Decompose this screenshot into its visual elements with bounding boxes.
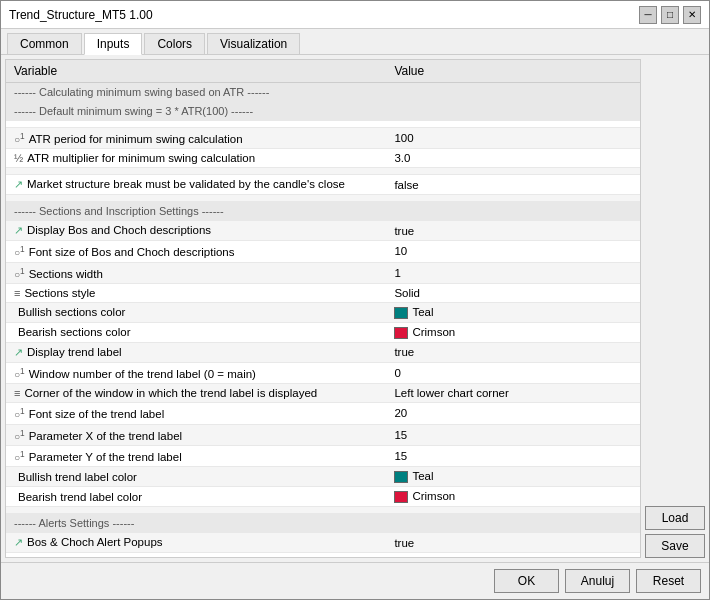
col-variable: Variable: [6, 60, 386, 83]
param-label: ○1Window number of the trend label (0 = …: [6, 362, 386, 383]
frac-icon: ½: [14, 152, 23, 164]
param-value[interactable]: true: [386, 533, 640, 553]
tab-visualization[interactable]: Visualization: [207, 33, 300, 54]
param-label: ↗Bos & Choch Send Mobile Notification: [6, 553, 386, 558]
table-row: ------ Default minimum swing = 3 * ATR(1…: [6, 102, 640, 121]
table-row[interactable]: ○1Font size of the trend label20: [6, 403, 640, 424]
separator-label: ------ Alerts Settings ------: [6, 514, 640, 533]
param-label: ↗Bos & Choch Alert Popups: [6, 533, 386, 553]
param-value[interactable]: 15: [386, 445, 640, 466]
title-controls: ─ □ ✕: [639, 6, 701, 24]
o1-icon: ○1: [14, 366, 25, 380]
param-value[interactable]: 3.0: [386, 149, 640, 168]
tab-bar: Common Inputs Colors Visualization: [1, 29, 709, 55]
window-title: Trend_Structure_MT5 1.00: [9, 8, 153, 22]
param-label: ○1Sections width: [6, 262, 386, 283]
arrow-icon: ↗: [14, 224, 23, 237]
arrow-icon: ↗: [14, 536, 23, 549]
table-row[interactable]: Bearish trend label colorCrimson: [6, 487, 640, 507]
param-value[interactable]: 10: [386, 241, 640, 262]
empty-cell: [6, 121, 640, 128]
param-value[interactable]: Crimson: [386, 487, 640, 507]
reset-button[interactable]: Reset: [636, 569, 701, 593]
arrow-icon: ↗: [14, 556, 23, 558]
col-value: Value: [386, 60, 640, 83]
tab-inputs[interactable]: Inputs: [84, 33, 143, 55]
params-table: Variable Value ------ Calculating minimu…: [6, 60, 640, 558]
tab-common[interactable]: Common: [7, 33, 82, 54]
param-value[interactable]: false: [386, 553, 640, 558]
table-row: ------ Calculating minimum swing based o…: [6, 83, 640, 102]
param-value[interactable]: false: [386, 175, 640, 195]
param-value[interactable]: 15: [386, 424, 640, 445]
table-row[interactable]: ≡Sections styleSolid: [6, 283, 640, 302]
table-row[interactable]: ○1Font size of Bos and Choch description…: [6, 241, 640, 262]
table-row[interactable]: Bullish trend label colorTeal: [6, 467, 640, 487]
cancel-button[interactable]: Anuluj: [565, 569, 630, 593]
table-row: [6, 507, 640, 514]
param-label: ↗Market structure break must be validate…: [6, 175, 386, 195]
o1-icon: ○1: [14, 244, 25, 258]
param-value[interactable]: 0: [386, 362, 640, 383]
param-label: ○1Font size of Bos and Choch description…: [6, 241, 386, 262]
load-button[interactable]: Load: [645, 506, 705, 530]
save-button[interactable]: Save: [645, 534, 705, 558]
right-panel: Load Save: [645, 55, 709, 562]
maximize-button[interactable]: □: [661, 6, 679, 24]
main-window: Trend_Structure_MT5 1.00 ─ □ ✕ Common In…: [0, 0, 710, 600]
o1-icon: ○1: [14, 131, 25, 145]
param-value[interactable]: 1: [386, 262, 640, 283]
param-label: ½ATR multiplier for minimum swing calcul…: [6, 149, 386, 168]
lines-icon: ≡: [14, 287, 20, 299]
param-value[interactable]: true: [386, 221, 640, 241]
param-value[interactable]: Solid: [386, 283, 640, 302]
arrow-icon: ↗: [14, 178, 23, 191]
minimize-button[interactable]: ─: [639, 6, 657, 24]
param-label: ○1Parameter X of the trend label: [6, 424, 386, 445]
param-label: ○1Parameter Y of the trend label: [6, 445, 386, 466]
param-label: ○1Font size of the trend label: [6, 403, 386, 424]
table-row[interactable]: ○1Parameter Y of the trend label15: [6, 445, 640, 466]
param-value[interactable]: 20: [386, 403, 640, 424]
table-row[interactable]: ↗Bos & Choch Alert Popupstrue: [6, 533, 640, 553]
param-value[interactable]: Teal: [386, 467, 640, 487]
color-swatch: [394, 307, 408, 319]
separator-label: ------ Calculating minimum swing based o…: [6, 83, 640, 102]
close-button[interactable]: ✕: [683, 6, 701, 24]
table-row[interactable]: ○1Sections width1: [6, 262, 640, 283]
empty-cell: [6, 195, 640, 202]
param-value[interactable]: Teal: [386, 302, 640, 322]
param-label: ≡Sections style: [6, 283, 386, 302]
param-value[interactable]: Crimson: [386, 322, 640, 342]
param-value[interactable]: 100: [386, 128, 640, 149]
table-row: [6, 195, 640, 202]
param-label: ↗Display Bos and Choch descriptions: [6, 221, 386, 241]
ok-button[interactable]: OK: [494, 569, 559, 593]
o1-icon: ○1: [14, 266, 25, 280]
separator-label: ------ Default minimum swing = 3 * ATR(1…: [6, 102, 640, 121]
color-swatch: [394, 327, 408, 339]
params-table-area: Variable Value ------ Calculating minimu…: [5, 59, 641, 558]
param-label: Bullish trend label color: [6, 467, 386, 487]
o1-icon: ○1: [14, 449, 25, 463]
param-label: Bullish sections color: [6, 302, 386, 322]
table-row[interactable]: ○1Window number of the trend label (0 = …: [6, 362, 640, 383]
param-value[interactable]: Left lower chart corner: [386, 384, 640, 403]
param-value[interactable]: true: [386, 342, 640, 362]
table-row[interactable]: ↗Market structure break must be validate…: [6, 175, 640, 195]
table-row[interactable]: ½ATR multiplier for minimum swing calcul…: [6, 149, 640, 168]
table-row[interactable]: ↗Bos & Choch Send Mobile Notificationfal…: [6, 553, 640, 558]
empty-cell: [6, 168, 640, 175]
table-row[interactable]: Bearish sections colorCrimson: [6, 322, 640, 342]
separator-label: ------ Sections and Inscription Settings…: [6, 202, 640, 221]
table-row[interactable]: ○1Parameter X of the trend label15: [6, 424, 640, 445]
param-label: Bearish trend label color: [6, 487, 386, 507]
empty-cell: [6, 507, 640, 514]
table-row[interactable]: ○1ATR period for minimum swing calculati…: [6, 128, 640, 149]
table-row[interactable]: ↗Display trend labeltrue: [6, 342, 640, 362]
tab-colors[interactable]: Colors: [144, 33, 205, 54]
bottom-bar: OK Anuluj Reset: [1, 562, 709, 599]
table-row[interactable]: ↗Display Bos and Choch descriptionstrue: [6, 221, 640, 241]
table-row[interactable]: Bullish sections colorTeal: [6, 302, 640, 322]
table-row[interactable]: ≡Corner of the window in which the trend…: [6, 384, 640, 403]
